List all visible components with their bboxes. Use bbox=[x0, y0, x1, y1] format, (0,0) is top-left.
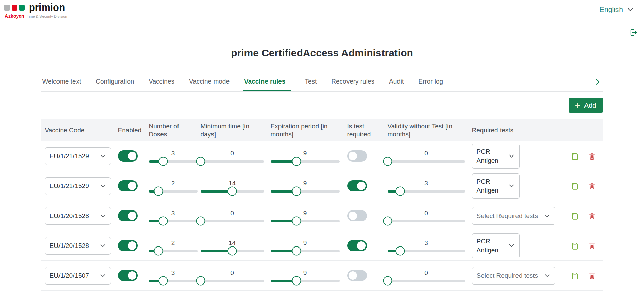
slider-track[interactable] bbox=[201, 190, 264, 193]
tab-recovery-rules[interactable]: Recovery rules bbox=[331, 76, 375, 91]
save-button[interactable] bbox=[571, 271, 579, 280]
slider-handle[interactable] bbox=[159, 157, 168, 166]
tab-error-log[interactable]: Error log bbox=[418, 76, 444, 91]
slider-track[interactable] bbox=[201, 280, 264, 282]
enabled-toggle[interactable] bbox=[118, 150, 138, 162]
vaccine-code-select[interactable]: EU/1/20/1528 bbox=[45, 207, 111, 225]
add-button[interactable]: + Add bbox=[569, 98, 603, 113]
test-required-toggle[interactable] bbox=[347, 240, 367, 251]
vaccine-code-select[interactable]: EU/1/20/1528 bbox=[45, 237, 111, 255]
slider-handle[interactable] bbox=[292, 187, 301, 196]
minimum-time-slider[interactable]: 14 bbox=[201, 239, 264, 252]
language-selector[interactable]: English bbox=[599, 5, 634, 14]
slider-track[interactable] bbox=[271, 280, 340, 282]
slider-track[interactable] bbox=[149, 220, 198, 222]
tab-audit[interactable]: Audit bbox=[388, 76, 404, 91]
slider-track[interactable] bbox=[388, 190, 465, 193]
tab-vaccine-rules[interactable]: Vaccine rules bbox=[243, 76, 291, 91]
slider-handle[interactable] bbox=[154, 246, 163, 256]
doses-slider[interactable]: 3 bbox=[149, 150, 198, 163]
slider-handle[interactable] bbox=[196, 217, 205, 226]
save-button[interactable] bbox=[571, 241, 579, 250]
tab-vaccines[interactable]: Vaccines bbox=[148, 76, 175, 91]
delete-button[interactable] bbox=[588, 241, 596, 250]
slider-track[interactable] bbox=[149, 190, 198, 193]
expiration-period-slider[interactable]: 9 bbox=[271, 269, 340, 282]
doses-slider[interactable]: 2 bbox=[149, 180, 198, 193]
vaccine-code-select[interactable]: EU/1/20/1507 bbox=[45, 267, 111, 285]
test-required-toggle[interactable] bbox=[347, 150, 367, 162]
minimum-time-slider[interactable]: 0 bbox=[201, 209, 264, 222]
vaccine-code-select[interactable]: EU/1/21/1529 bbox=[45, 147, 111, 165]
validity-without-test-slider[interactable]: 3 bbox=[388, 180, 465, 193]
validity-without-test-slider[interactable]: 0 bbox=[388, 269, 465, 282]
slider-handle[interactable] bbox=[292, 157, 301, 166]
expiration-period-slider[interactable]: 9 bbox=[271, 150, 340, 163]
delete-button[interactable] bbox=[588, 212, 596, 220]
tab-vaccine-mode[interactable]: Vaccine mode bbox=[188, 76, 230, 91]
slider-track[interactable] bbox=[149, 250, 198, 252]
slider-track[interactable] bbox=[149, 160, 198, 163]
required-tests-select[interactable]: Select Required tests bbox=[472, 267, 555, 285]
slider-track[interactable] bbox=[271, 160, 340, 163]
minimum-time-slider[interactable]: 14 bbox=[201, 180, 264, 193]
expiration-period-slider[interactable]: 9 bbox=[271, 239, 340, 252]
slider-handle[interactable] bbox=[383, 276, 392, 286]
doses-slider[interactable]: 2 bbox=[149, 239, 198, 252]
slider-track[interactable] bbox=[201, 220, 264, 222]
expiration-period-slider[interactable]: 9 bbox=[271, 180, 340, 193]
slider-handle[interactable] bbox=[292, 246, 301, 256]
slider-handle[interactable] bbox=[292, 276, 301, 286]
validity-without-test-slider[interactable]: 3 bbox=[388, 239, 465, 252]
slider-handle[interactable] bbox=[159, 276, 168, 286]
slider-handle[interactable] bbox=[383, 157, 392, 166]
delete-button[interactable] bbox=[588, 271, 596, 280]
test-required-toggle[interactable] bbox=[347, 270, 367, 281]
logout-button[interactable] bbox=[629, 28, 638, 38]
slider-track[interactable] bbox=[271, 220, 340, 222]
required-tests-select[interactable]: PCR Antigen bbox=[472, 173, 520, 199]
slider-handle[interactable] bbox=[154, 187, 163, 196]
doses-slider[interactable]: 3 bbox=[149, 209, 198, 222]
minimum-time-slider[interactable]: 0 bbox=[201, 150, 264, 163]
tab-configuration[interactable]: Configuration bbox=[95, 76, 135, 91]
enabled-toggle[interactable] bbox=[118, 240, 138, 251]
test-required-toggle[interactable] bbox=[347, 210, 367, 221]
slider-handle[interactable] bbox=[227, 187, 237, 196]
slider-track[interactable] bbox=[271, 190, 340, 193]
slider-track[interactable] bbox=[201, 160, 264, 163]
save-button[interactable] bbox=[571, 152, 579, 161]
tabs-overflow-button[interactable] bbox=[593, 78, 603, 91]
test-required-toggle[interactable] bbox=[347, 180, 367, 191]
slider-handle[interactable] bbox=[196, 157, 205, 166]
required-tests-select[interactable]: PCR Antigen bbox=[472, 144, 520, 169]
minimum-time-slider[interactable]: 0 bbox=[201, 269, 264, 282]
slider-track[interactable] bbox=[271, 250, 340, 252]
enabled-toggle[interactable] bbox=[118, 180, 138, 191]
slider-handle[interactable] bbox=[196, 276, 205, 286]
slider-track[interactable] bbox=[388, 250, 465, 252]
slider-handle[interactable] bbox=[396, 246, 405, 256]
save-button[interactable] bbox=[571, 212, 579, 220]
enabled-toggle[interactable] bbox=[118, 210, 138, 221]
tab-welcome-text[interactable]: Welcome text bbox=[41, 76, 82, 91]
slider-handle[interactable] bbox=[383, 217, 392, 226]
slider-handle[interactable] bbox=[396, 187, 405, 196]
slider-track[interactable] bbox=[388, 160, 465, 163]
slider-track[interactable] bbox=[388, 280, 465, 282]
save-button[interactable] bbox=[571, 182, 579, 190]
tab-test[interactable]: Test bbox=[304, 76, 317, 91]
delete-button[interactable] bbox=[588, 182, 596, 190]
required-tests-select[interactable]: Select Required tests bbox=[472, 207, 555, 225]
validity-without-test-slider[interactable]: 0 bbox=[388, 209, 465, 222]
validity-without-test-slider[interactable]: 0 bbox=[388, 150, 465, 163]
enabled-toggle[interactable] bbox=[118, 270, 138, 281]
slider-handle[interactable] bbox=[159, 217, 168, 226]
slider-track[interactable] bbox=[201, 250, 264, 252]
required-tests-select[interactable]: PCR Antigen bbox=[472, 233, 520, 258]
slider-handle[interactable] bbox=[227, 246, 237, 256]
vaccine-code-select[interactable]: EU/1/21/1529 bbox=[45, 177, 111, 195]
delete-button[interactable] bbox=[588, 152, 596, 161]
slider-track[interactable] bbox=[388, 220, 465, 222]
slider-track[interactable] bbox=[149, 280, 198, 282]
